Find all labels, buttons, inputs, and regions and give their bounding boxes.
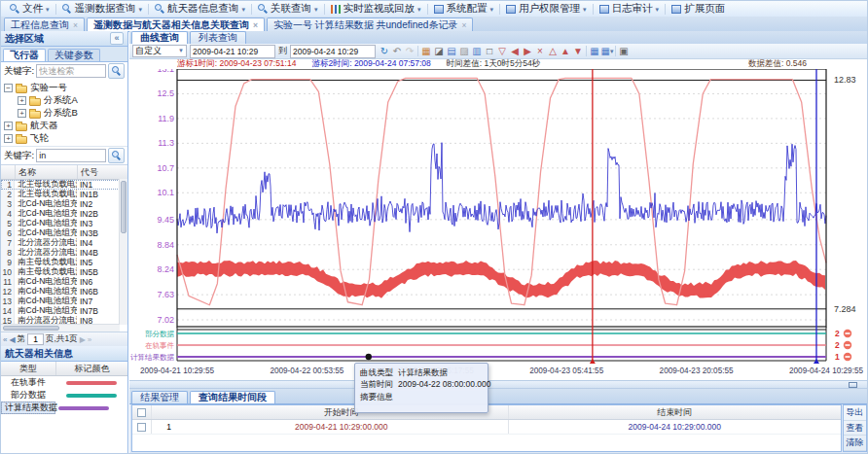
chevron-down-icon: ▾ — [242, 6, 246, 13]
date-to-input[interactable] — [290, 45, 376, 58]
expand-node-icon[interactable]: + — [18, 96, 26, 105]
select-all-checkbox[interactable] — [137, 408, 146, 417]
pager-next-icon[interactable]: ▶ — [80, 335, 86, 344]
expand-node-icon[interactable]: + — [18, 109, 26, 118]
date-from-input[interactable] — [190, 45, 275, 58]
x-tick-label: 2009-04-23 20:05:55 — [660, 367, 734, 375]
redo-icon[interactable]: ↷ — [404, 45, 416, 57]
move-left-icon[interactable]: ◀ — [509, 45, 521, 57]
tree-node-3[interactable]: +分系统B — [4, 107, 127, 120]
time-preset-select[interactable]: 自定义▼ — [132, 45, 187, 57]
tab-result-timerange[interactable]: 查询结果时间段 — [190, 391, 275, 403]
tab-curve-query[interactable]: 曲线查询 — [131, 31, 188, 44]
menu-item-4[interactable]: 关联查询▾ — [253, 2, 323, 16]
legend-row[interactable]: 计算结果数据 — [1, 402, 55, 414]
menu-item-9[interactable]: 扩展页面 — [667, 2, 730, 16]
telemetry-chart[interactable]: 13.112.511.911.310.710.19.458.848.247.63… — [129, 69, 868, 380]
menu-item-5[interactable]: 实时监视或回放▾ — [326, 2, 426, 16]
pager-first-icon[interactable]: « — [3, 335, 7, 344]
search-icon — [10, 4, 19, 14]
move-up-icon[interactable]: ▲ — [560, 45, 571, 57]
search-button-2[interactable] — [108, 148, 125, 163]
lane-count: 1 — [835, 352, 840, 362]
snapshot-icon[interactable]: ▥ — [471, 45, 483, 57]
chevron-down-icon: ▾ — [46, 6, 50, 13]
tree-node-5[interactable]: +飞轮 — [4, 132, 127, 145]
close-icon[interactable]: × — [461, 20, 466, 30]
view-button[interactable]: 查看 — [844, 421, 866, 437]
legend-row[interactable]: 部分数据 — [1, 389, 127, 402]
legend-column-color[interactable]: 标记颜色 — [56, 362, 127, 375]
column-end-time[interactable]: 结束时间 — [509, 406, 842, 419]
param-search-input[interactable] — [36, 149, 106, 162]
tree-node-2[interactable]: +分系统A — [4, 94, 127, 107]
tab-key-params[interactable]: 关键参数 — [48, 49, 100, 61]
clear-cursor-icon[interactable]: × — [534, 45, 546, 57]
search-button-1[interactable] — [108, 63, 125, 79]
pager-last-icon[interactable]: » — [88, 335, 91, 344]
column-name[interactable]: 名称 — [16, 165, 78, 179]
grid-icon[interactable]: ▦ — [589, 45, 600, 57]
menu-item-6[interactable]: 系统配置▾ — [429, 2, 499, 16]
save-image-icon[interactable]: ▤ — [446, 45, 457, 57]
row-checkbox[interactable] — [137, 423, 146, 432]
collapse-left-icon[interactable]: « — [110, 32, 124, 45]
clear-button[interactable]: 清除 — [844, 436, 866, 451]
row-number: 10 — [1, 267, 15, 277]
lane-marker-dot[interactable] — [366, 354, 372, 360]
tab-result-manage[interactable]: 结果管理 — [131, 391, 188, 403]
row-number: 14 — [1, 306, 15, 316]
zoom-window-icon[interactable]: □ — [484, 45, 495, 57]
move-down-icon[interactable]: ▼ — [572, 45, 584, 57]
window-tab-2[interactable]: 遥测数据与航天器相关信息关联查询× — [87, 17, 265, 31]
grid-menu-icon[interactable]: ▦▾ — [601, 45, 613, 57]
panel-splitter[interactable] — [129, 380, 867, 389]
select-mode-icon[interactable]: ◪ — [433, 45, 445, 57]
collapse-node-icon[interactable]: − — [4, 84, 13, 92]
lane-label: 部分数据 — [145, 330, 175, 338]
menu-item-8[interactable]: 日志审计▾ — [595, 2, 665, 16]
export-button[interactable]: 导出 — [844, 405, 866, 421]
quick-search-input[interactable] — [36, 64, 106, 78]
legend-column-type[interactable]: 类型 — [1, 362, 56, 375]
x-tick-label: 2009-04-22 00:53:55 — [270, 367, 344, 375]
column-code[interactable]: 代号 — [78, 165, 127, 179]
menu-item-2[interactable]: 遥测数据查询▾ — [57, 2, 148, 16]
spacecraft-info-header: 航天器相关信息 — [1, 346, 127, 362]
menu-item-7[interactable]: 用户权限管理▾ — [501, 2, 592, 16]
window-tab-1[interactable]: 工程信息查询× — [4, 17, 85, 31]
keyword-label-1: 关键字: — [4, 65, 34, 78]
window-tab-3[interactable]: 实验一号 计算结果数据 共undefined条记录× — [267, 17, 473, 31]
tab-list-query[interactable]: 列表查询 — [190, 31, 246, 44]
menu-item-1[interactable]: 文件▾ — [5, 2, 54, 16]
tree-node-1[interactable]: −实验一号 — [4, 82, 127, 94]
window-tab-label: 工程信息查询 — [11, 18, 69, 32]
row-start-time: 2009-04-21 10:29:00.000 — [175, 420, 509, 434]
filter-top-icon[interactable]: △ — [547, 45, 559, 57]
delete-curve-icon[interactable]: ▨ — [458, 45, 470, 57]
grid-horizontal-scrollbar[interactable] — [1, 324, 120, 332]
table-row[interactable]: 1 2009-04-21 10:29:00.000 2009-04-24 10:… — [132, 420, 841, 435]
pager-page-input[interactable] — [27, 333, 44, 345]
tooltip-curve-type-label: 曲线类型 — [360, 367, 393, 378]
expand-node-icon[interactable]: + — [4, 122, 13, 130]
undo-icon[interactable]: ↶ — [391, 45, 403, 57]
data-diff-value: 0.546 — [786, 58, 807, 68]
pager-prev-icon[interactable]: ◀ — [9, 335, 15, 344]
print-icon[interactable]: ▣ — [618, 45, 630, 57]
legend-row[interactable]: 在轨事件 — [1, 376, 127, 389]
close-icon[interactable]: × — [253, 20, 258, 30]
panel-toggle-icon[interactable] — [849, 382, 857, 388]
expand-node-icon[interactable]: + — [4, 134, 13, 143]
tab-aircraft[interactable]: 飞行器 — [3, 49, 46, 61]
spacecraft-info-title: 航天器相关信息 — [5, 347, 73, 361]
close-icon[interactable]: × — [73, 20, 78, 30]
filter-bottom-icon[interactable]: ▽ — [496, 45, 508, 57]
y-tick-label: 11.9 — [158, 114, 174, 123]
move-right-icon[interactable]: ▶ — [522, 45, 533, 57]
refresh-icon[interactable]: ↻ — [379, 45, 390, 57]
grid-vertical-scrollbar[interactable] — [119, 179, 127, 325]
tree-node-4[interactable]: +航天器 — [4, 120, 127, 132]
menu-item-3[interactable]: 航天器信息查询▾ — [150, 2, 250, 16]
export-image-icon[interactable]: ▦ — [420, 45, 432, 57]
